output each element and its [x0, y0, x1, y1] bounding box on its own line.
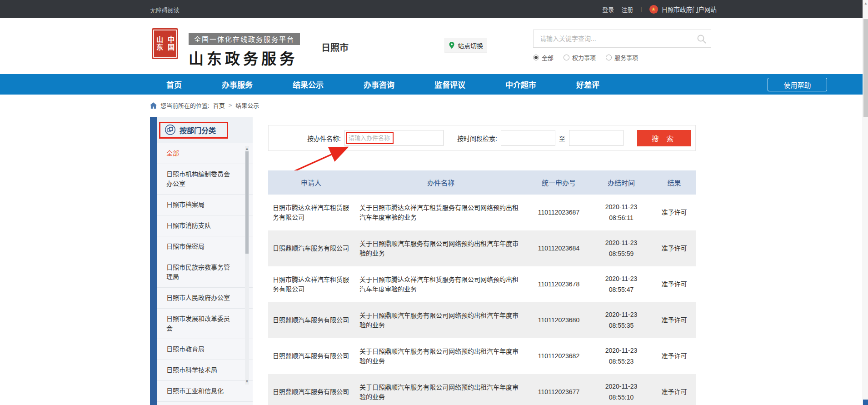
national-emblem-icon: ★ — [649, 5, 658, 14]
col-finish-time: 办结时间 — [590, 170, 653, 195]
city-name: 日照市 — [321, 40, 349, 54]
accessibility-link[interactable]: 无障碍阅读 — [150, 5, 180, 14]
col-apply-no: 统一申办号 — [528, 170, 590, 195]
scope-power-items[interactable]: 权力事项 — [564, 53, 596, 62]
sidebar-item-3[interactable]: 日照市消防支队 — [157, 215, 253, 236]
department-sidebar: 按部门分类 全部 日照市机构编制委员会办公室 日照市档案局 日照市消防支队 日照… — [150, 117, 253, 405]
page-scroll-thumb[interactable] — [863, 19, 868, 117]
time-filter-label: 按时间段检索: — [457, 134, 497, 143]
filter-panel: 按办件名称: 按时间段检索: 至 搜 索 — [268, 125, 696, 151]
cell-result: 准予许可 — [653, 266, 696, 302]
scrollbar-up-icon[interactable]: ▲ — [863, 1, 868, 5]
portal-label: 日照市政府门户网站 — [662, 5, 717, 14]
page-scrollbar[interactable]: ▲ — [863, 0, 868, 405]
table-row[interactable]: 日照鼎顺汽车服务有限公司 关于日照鼎顺汽车服务有限公司网络预约出租汽车年度审验的… — [268, 338, 696, 374]
cell-case-name: 关于日照市腾达众祥汽车租赁服务有限公司网络预约出租汽车年度审验的业务 — [354, 195, 528, 230]
col-case-name: 办件名称 — [354, 170, 528, 195]
nav-item-home[interactable]: 首页 — [164, 79, 185, 90]
search-scope-radios: 全部 权力事项 服务事项 — [533, 53, 638, 62]
sidebar-item-5[interactable]: 日照市民族宗教事务管理局 — [157, 257, 253, 288]
nav-item-supervision[interactable]: 监督评议 — [432, 79, 468, 90]
sidebar-item-8[interactable]: 日照市教育局 — [157, 339, 253, 360]
site-switch-button[interactable]: 站点切换 — [444, 38, 487, 53]
table-header-row: 申请人 办件名称 统一申办号 办结时间 结果 — [268, 170, 696, 195]
radio-icon — [606, 55, 612, 60]
date-to-input[interactable] — [569, 130, 624, 146]
sidebar-item-7[interactable]: 日照市发展和改革委员会 — [157, 309, 253, 339]
cell-result: 准予许可 — [653, 302, 696, 338]
cell-case-name: 关于日照鼎顺汽车服务有限公司网络预约出租汽车年度审验的业务 — [354, 302, 528, 338]
sidebar-item-6[interactable]: 日照市人民政府办公室 — [157, 288, 253, 309]
search-button[interactable]: 搜 索 — [637, 130, 691, 146]
location-pin-icon — [449, 41, 455, 49]
results-table: 申请人 办件名称 统一申办号 办结时间 结果 日照市腾达众祥汽车租赁服务有限公司… — [268, 170, 696, 405]
table-row[interactable]: 日照鼎顺汽车服务有限公司 关于日照鼎顺汽车服务有限公司网络预约出租汽车年度审验的… — [268, 230, 696, 266]
breadcrumb: 您当前所在的位置: 首页 > 结果公示 — [150, 101, 259, 110]
search-icon[interactable] — [696, 34, 707, 45]
radio-checked-icon — [533, 55, 539, 60]
nav-item-services[interactable]: 办事服务 — [219, 79, 255, 90]
sidebar-item-1[interactable]: 日照市机构编制委员会办公室 — [157, 164, 253, 195]
scope-all-label: 全部 — [542, 53, 554, 62]
cell-result: 准予许可 — [653, 338, 696, 374]
sidebar-item-2[interactable]: 日照市档案局 — [157, 195, 253, 215]
sidebar-item-4[interactable]: 日照市保密局 — [157, 236, 253, 257]
sidebar-scrollbar[interactable]: ▲ ▼ — [245, 146, 249, 385]
cell-result: 准予许可 — [653, 230, 696, 266]
cell-applicant: 日照市腾达众祥汽车租赁服务有限公司 — [268, 266, 354, 302]
table-row[interactable]: 日照鼎顺汽车服务有限公司 关于日照鼎顺汽车服务有限公司网络预约出租汽车年度审验的… — [268, 374, 696, 405]
help-button[interactable]: 使用帮助 — [768, 78, 827, 91]
name-filter-label: 按办件名称: — [307, 134, 341, 143]
sidebar-accent-strip — [150, 117, 157, 405]
breadcrumb-current: 结果公示 — [235, 101, 259, 110]
breadcrumb-home-link[interactable]: 首页 — [213, 101, 225, 110]
top-utility-bar: 无障碍阅读 登录 注册 | ★ 日照市政府门户网站 — [0, 0, 868, 18]
nav-item-rating[interactable]: 好差评 — [574, 79, 602, 90]
scope-power-label: 权力事项 — [572, 53, 596, 62]
date-from-input[interactable] — [501, 130, 555, 146]
seal-left-text: 山东 — [155, 36, 164, 51]
cell-apply-no: 110112023677 — [528, 374, 590, 405]
cell-applicant: 日照鼎顺汽车服务有限公司 — [268, 302, 354, 338]
cell-applicant: 日照市腾达众祥汽车租赁服务有限公司 — [268, 195, 354, 230]
sidebar-item-10[interactable]: 日照市工业和信息化 — [157, 381, 253, 402]
sidebar-item-all[interactable]: 全部 — [157, 143, 253, 164]
scope-all[interactable]: 全部 — [533, 53, 554, 62]
topbar-right-group: 登录 注册 | ★ 日照市政府门户网站 — [602, 0, 717, 18]
register-link[interactable]: 注册 — [621, 5, 633, 14]
cell-apply-no: 110112023680 — [528, 302, 590, 338]
table-row[interactable]: 日照市腾达众祥汽车租赁服务有限公司 关于日照市腾达众祥汽车租赁服务有限公司网络预… — [268, 266, 696, 302]
cell-result: 准予许可 — [653, 374, 696, 405]
col-result: 结果 — [653, 170, 696, 195]
cell-case-name: 关于日照鼎顺汽车服务有限公司网络预约出租汽车年度审验的业务 — [354, 230, 528, 266]
scope-service-items[interactable]: 服务事项 — [606, 53, 638, 62]
table-row[interactable]: 日照市腾达众祥汽车租赁服务有限公司 关于日照市腾达众祥汽车租赁服务有限公司网络预… — [268, 195, 696, 230]
table-row[interactable]: 日照鼎顺汽车服务有限公司 关于日照鼎顺汽车服务有限公司网络预约出租汽车年度审验的… — [268, 302, 696, 338]
date-from-wrap — [501, 130, 555, 146]
case-name-input[interactable] — [344, 130, 444, 146]
keyword-search-box — [533, 30, 711, 48]
main-nav: 首页 办事服务 结果公示 办事咨询 监督评议 中介超市 好差评 使用帮助 — [0, 74, 868, 95]
platform-tagline: 全国一体化在线政务服务平台 — [189, 33, 300, 45]
nav-item-consult[interactable]: 办事咨询 — [361, 79, 397, 90]
date-to-label: 至 — [559, 134, 565, 143]
login-link[interactable]: 登录 — [602, 5, 614, 14]
cell-finish-time: 2020-11-2308:55:35 — [590, 302, 653, 338]
cell-finish-time: 2020-11-2308:56:11 — [590, 195, 653, 230]
results-main: 按办件名称: 按时间段检索: 至 搜 索 申请人 办件名称 统一 — [268, 117, 696, 405]
topbar-divider: | — [640, 6, 642, 12]
cell-applicant: 日照鼎顺汽车服务有限公司 — [268, 374, 354, 405]
keyword-search-input[interactable] — [534, 30, 711, 47]
scroll-up-icon[interactable]: ▲ — [245, 147, 249, 151]
scroll-corner — [863, 400, 868, 405]
sidebar-scroll-thumb[interactable] — [245, 151, 249, 254]
portal-link[interactable]: ★ 日照市政府门户网站 — [649, 5, 717, 14]
shandong-seal-logo: 山东 中国 — [152, 28, 178, 59]
nav-item-intermediary[interactable]: 中介超市 — [503, 79, 539, 90]
name-input-wrap — [344, 130, 444, 146]
nav-item-results[interactable]: 结果公示 — [290, 79, 326, 90]
scroll-down-icon[interactable]: ▼ — [245, 380, 249, 384]
cell-finish-time: 2020-11-2308:55:59 — [590, 230, 653, 266]
breadcrumb-separator: > — [229, 102, 232, 109]
sidebar-item-9[interactable]: 日照市科学技术局 — [157, 360, 253, 381]
